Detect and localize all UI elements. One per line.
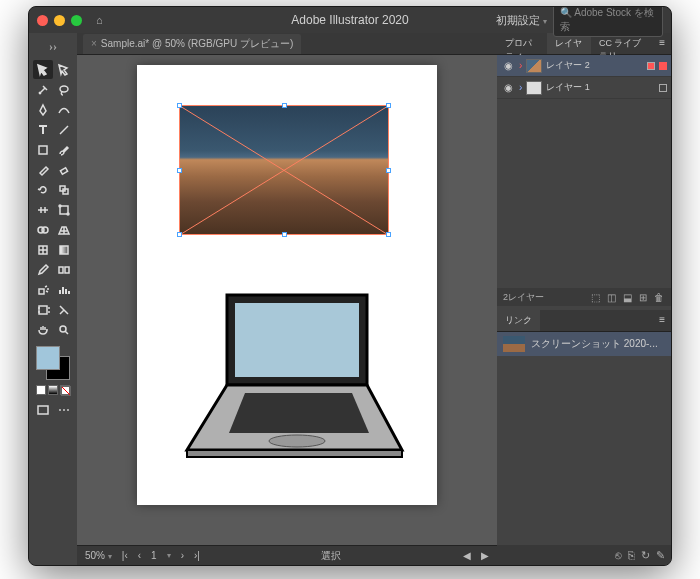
handle-tl[interactable] bbox=[177, 103, 182, 108]
svg-rect-14 bbox=[39, 289, 44, 294]
document-tab[interactable]: × Sample.ai* @ 50% (RGB/GPU プレビュー) bbox=[83, 34, 301, 54]
edit-original-icon[interactable]: ✎ bbox=[656, 549, 665, 562]
selection-tool[interactable] bbox=[33, 60, 53, 79]
zoom-tool[interactable] bbox=[54, 320, 74, 339]
goto-link-icon[interactable]: ⎘ bbox=[628, 549, 635, 561]
app-title: Adobe Illustrator 2020 bbox=[291, 13, 408, 27]
layer-target-icon[interactable] bbox=[659, 84, 667, 92]
delete-layer-icon[interactable]: 🗑 bbox=[653, 291, 665, 303]
links-tab[interactable]: リンク bbox=[497, 310, 540, 331]
artboard-tool[interactable] bbox=[33, 300, 53, 319]
scroll-right[interactable]: ▶ bbox=[481, 550, 489, 561]
artboard-nav-next[interactable]: › bbox=[181, 550, 184, 561]
expand-icon[interactable]: › bbox=[519, 82, 522, 93]
locate-object-icon[interactable]: ⬚ bbox=[589, 291, 601, 303]
hand-tool[interactable] bbox=[33, 320, 53, 339]
adobe-stock-search[interactable]: 🔍 Adobe Stock を検索 bbox=[553, 6, 663, 37]
minimize-window-button[interactable] bbox=[54, 15, 65, 26]
eraser-tool[interactable] bbox=[54, 160, 74, 179]
canvas[interactable] bbox=[77, 55, 497, 545]
layer-selected-indicator bbox=[659, 62, 667, 70]
svg-point-7 bbox=[67, 213, 69, 215]
workspace-preset[interactable]: 初期設定 ▾ bbox=[496, 13, 547, 28]
graph-tool[interactable] bbox=[54, 280, 74, 299]
links-menu-icon[interactable]: ≡ bbox=[653, 310, 671, 331]
handle-br[interactable] bbox=[386, 232, 391, 237]
rotate-tool[interactable] bbox=[33, 180, 53, 199]
make-clip-icon[interactable]: ◫ bbox=[605, 291, 617, 303]
layer-count: 2レイヤー bbox=[503, 291, 544, 304]
screen-mode[interactable] bbox=[33, 400, 53, 419]
pen-tool[interactable] bbox=[33, 100, 53, 119]
selection-handles bbox=[177, 103, 391, 237]
color-mode-gradient[interactable] bbox=[48, 385, 58, 395]
update-link-icon[interactable]: ↻ bbox=[641, 549, 650, 562]
mesh-tool[interactable] bbox=[33, 240, 53, 259]
svg-point-9 bbox=[42, 227, 48, 233]
color-mode-solid[interactable] bbox=[36, 385, 46, 395]
artboard bbox=[137, 65, 437, 505]
perspective-tool[interactable] bbox=[54, 220, 74, 239]
color-mode-none[interactable] bbox=[60, 385, 70, 395]
shaper-tool[interactable] bbox=[33, 160, 53, 179]
gradient-tool[interactable] bbox=[54, 240, 74, 259]
fill-stroke-swatch[interactable] bbox=[36, 346, 70, 380]
artboard-nav-prev[interactable]: ‹ bbox=[138, 550, 141, 561]
artboard-number[interactable]: 1 bbox=[151, 550, 157, 561]
lasso-tool[interactable] bbox=[54, 80, 74, 99]
handle-tm[interactable] bbox=[282, 103, 287, 108]
eyedropper-tool[interactable] bbox=[33, 260, 53, 279]
direct-selection-tool[interactable] bbox=[54, 60, 74, 79]
width-tool[interactable] bbox=[33, 200, 53, 219]
close-tab-icon[interactable]: × bbox=[91, 38, 97, 49]
placed-image-selected[interactable] bbox=[179, 105, 389, 235]
expand-icon[interactable]: › bbox=[519, 60, 522, 71]
scale-tool[interactable] bbox=[54, 180, 74, 199]
free-transform-tool[interactable] bbox=[54, 200, 74, 219]
layer-target-icon[interactable] bbox=[647, 62, 655, 70]
type-tool[interactable] bbox=[33, 120, 53, 139]
main-area: ›› ⋯ bbox=[29, 33, 671, 565]
edit-toolbar[interactable]: ⋯ bbox=[54, 400, 74, 419]
handle-mr[interactable] bbox=[386, 168, 391, 173]
visibility-icon[interactable]: ◉ bbox=[501, 60, 515, 71]
traffic-lights bbox=[37, 15, 82, 26]
links-footer: ⎋ ⎘ ↻ ✎ bbox=[497, 545, 671, 565]
visibility-icon[interactable]: ◉ bbox=[501, 82, 515, 93]
slice-tool[interactable] bbox=[54, 300, 74, 319]
artboard-nav-last[interactable]: ›| bbox=[194, 550, 200, 561]
handle-bl[interactable] bbox=[177, 232, 182, 237]
shape-builder-tool[interactable] bbox=[33, 220, 53, 239]
rectangle-tool[interactable] bbox=[33, 140, 53, 159]
artboard-nav-first[interactable]: |‹ bbox=[122, 550, 128, 561]
relink-icon[interactable]: ⎋ bbox=[615, 549, 622, 561]
maximize-window-button[interactable] bbox=[71, 15, 82, 26]
close-window-button[interactable] bbox=[37, 15, 48, 26]
new-sublayer-icon[interactable]: ⬓ bbox=[621, 291, 633, 303]
curvature-tool[interactable] bbox=[54, 100, 74, 119]
layers-list: ◉ › レイヤー 2 ◉ › レイヤー 1 bbox=[497, 55, 671, 99]
handle-bm[interactable] bbox=[282, 232, 287, 237]
brush-tool[interactable] bbox=[54, 140, 74, 159]
layer-row[interactable]: ◉ › レイヤー 1 bbox=[497, 77, 671, 99]
symbol-sprayer-tool[interactable] bbox=[33, 280, 53, 299]
zoom-level[interactable]: 50% ▾ bbox=[85, 550, 112, 561]
blend-tool[interactable] bbox=[54, 260, 74, 279]
handle-tr[interactable] bbox=[386, 103, 391, 108]
fill-color[interactable] bbox=[36, 346, 60, 370]
line-tool[interactable] bbox=[54, 120, 74, 139]
handle-ml[interactable] bbox=[177, 168, 182, 173]
app-nav: ⌂ bbox=[96, 14, 103, 26]
svg-rect-17 bbox=[38, 406, 48, 414]
new-layer-icon[interactable]: ⊞ bbox=[637, 291, 649, 303]
layer-row[interactable]: ◉ › レイヤー 2 bbox=[497, 55, 671, 77]
scroll-left[interactable]: ◀ bbox=[463, 550, 471, 561]
svg-rect-13 bbox=[65, 267, 69, 273]
link-item[interactable]: スクリーンショット 2020-... bbox=[497, 332, 671, 356]
panels: プロパティ レイヤー CC ライブラリ ≡ ◉ › レイヤー 2 ◉ › bbox=[497, 33, 671, 565]
document-tabs: × Sample.ai* @ 50% (RGB/GPU プレビュー) bbox=[77, 33, 497, 55]
svg-rect-2 bbox=[60, 167, 67, 173]
magic-wand-tool[interactable] bbox=[33, 80, 53, 99]
home-icon[interactable]: ⌂ bbox=[96, 14, 103, 26]
toolbox-grip[interactable]: ›› bbox=[43, 37, 63, 56]
